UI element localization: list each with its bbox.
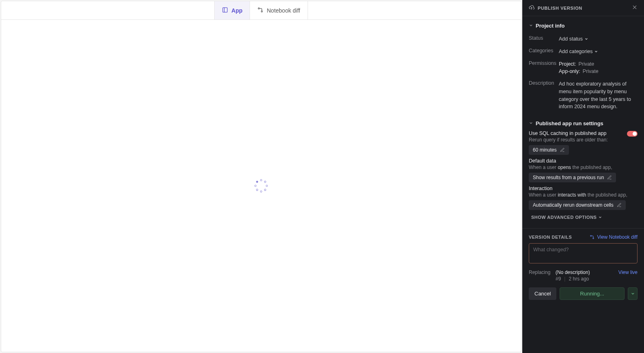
section-project-info-title: Project info	[536, 23, 565, 29]
section-project-info: Project info Status Add status Categorie…	[522, 20, 644, 118]
replacing-time: 2 hrs ago	[569, 276, 589, 282]
permissions-label: Permissions	[529, 60, 559, 66]
publish-panel: PUBLISH VERSION Project info Status Add …	[522, 0, 644, 353]
view-live-link[interactable]: View live	[618, 270, 638, 275]
section-run-settings: Published app run settings Use SQL cachi…	[522, 118, 644, 225]
upload-cloud-icon	[529, 5, 534, 11]
footer-buttons: Cancel Running...	[522, 285, 644, 306]
section-run-settings-header[interactable]: Published app run settings	[529, 120, 638, 126]
perm-project-val: Private	[578, 60, 594, 68]
tab-app[interactable]: App	[214, 1, 250, 19]
row-permissions: Permissions Project: Private App-only: P…	[529, 58, 638, 78]
tab-bar: App Notebook diff	[1, 1, 521, 20]
changelog-input[interactable]	[529, 243, 638, 263]
replacing-desc: (No description)	[556, 270, 590, 275]
tab-app-label: App	[231, 7, 242, 14]
tab-notebook-diff[interactable]: Notebook diff	[250, 1, 308, 19]
add-status-text: Add status	[559, 35, 583, 43]
panel-title-text: PUBLISH VERSION	[538, 6, 582, 11]
rerun-older-value: 60 minutes	[533, 147, 557, 153]
svg-rect-0	[223, 7, 227, 12]
running-button: Running...	[560, 287, 625, 300]
default-data-value: Show results from a previous run	[533, 175, 604, 180]
panel-title: PUBLISH VERSION	[529, 5, 582, 11]
replacing-label: Replacing	[529, 270, 556, 275]
edit-icon	[607, 175, 612, 180]
add-status-button[interactable]: Add status	[559, 35, 588, 43]
replacing-info: (No description) #9 | 2 hrs ago	[556, 270, 590, 282]
row-status: Status Add status	[529, 33, 638, 45]
chevron-down-icon	[529, 120, 533, 126]
interaction-heading: Interaction	[529, 186, 638, 191]
close-icon[interactable]	[632, 4, 638, 11]
svg-point-7	[590, 235, 592, 237]
section-run-settings-title: Published app run settings	[536, 120, 603, 126]
interaction-value: Automatically rerun downstream cells	[533, 202, 614, 208]
replacing-version: #9	[556, 276, 561, 282]
default-data-heading: Default data	[529, 158, 638, 164]
main-area: App Notebook diff	[1, 1, 521, 352]
permissions-value: Project: Private App-only: Private	[559, 60, 638, 76]
row-description: Description Ad hoc exploratory analysis …	[529, 78, 638, 113]
description-label: Description	[529, 80, 559, 86]
svg-point-8	[593, 238, 594, 239]
publish-dropdown-button[interactable]	[628, 287, 638, 300]
rerun-older-label: Rerun query if results are older than:	[529, 137, 638, 143]
status-label: Status	[529, 35, 559, 41]
loading-spinner-icon	[254, 179, 269, 193]
edit-icon	[617, 203, 622, 208]
sql-caching-row: Use SQL caching in published app	[529, 131, 638, 137]
sql-caching-label: Use SQL caching in published app	[529, 131, 606, 136]
section-project-info-header[interactable]: Project info	[529, 23, 638, 29]
row-categories: Categories Add categories	[529, 45, 638, 58]
svg-point-3	[261, 11, 263, 12]
changelog-wrap	[522, 243, 644, 265]
layout-icon	[222, 7, 228, 14]
version-details-header: VERSION DETAILS View Notebook diff	[522, 229, 644, 243]
default-data-desc: When a user opens the published app,	[529, 165, 638, 170]
chevron-down-icon	[631, 291, 635, 296]
add-categories-button[interactable]: Add categories	[559, 48, 598, 56]
perm-apponly-val: Private	[583, 68, 599, 75]
description-value: Ad hoc exploratory analysis of menu item…	[559, 80, 638, 111]
chevron-down-icon	[584, 37, 588, 41]
diff-icon	[257, 7, 263, 14]
advanced-text: SHOW ADVANCED OPTIONS	[531, 215, 597, 220]
tab-notebook-diff-label: Notebook diff	[267, 7, 300, 14]
default-data-pill[interactable]: Show results from a previous run	[529, 173, 616, 182]
show-advanced-options[interactable]: SHOW ADVANCED OPTIONS	[531, 215, 602, 220]
replacing-row: Replacing (No description) #9 | 2 hrs ag…	[522, 265, 644, 285]
edit-icon	[560, 148, 565, 152]
view-notebook-diff-link[interactable]: View Notebook diff	[590, 234, 638, 240]
perm-apponly-key: App-only:	[559, 68, 580, 75]
categories-label: Categories	[529, 48, 559, 53]
version-details-title: VERSION DETAILS	[529, 235, 572, 240]
panel-body: Project info Status Add status Categorie…	[522, 16, 644, 353]
add-categories-text: Add categories	[559, 48, 592, 56]
rerun-older-pill[interactable]: 60 minutes	[529, 145, 569, 155]
cancel-button[interactable]: Cancel	[529, 287, 556, 300]
chevron-down-icon	[529, 23, 533, 29]
view-notebook-diff-text: View Notebook diff	[597, 234, 638, 240]
svg-point-2	[258, 8, 260, 9]
interaction-desc: When a user interacts with the published…	[529, 192, 638, 198]
chevron-down-icon	[594, 49, 598, 53]
perm-project-key: Project:	[559, 60, 576, 68]
sql-caching-toggle[interactable]	[627, 131, 638, 137]
chevron-down-icon	[598, 215, 602, 219]
tab-group: App Notebook diff	[214, 1, 308, 19]
panel-header: PUBLISH VERSION	[522, 0, 644, 16]
diff-icon	[590, 235, 594, 240]
interaction-pill[interactable]: Automatically rerun downstream cells	[529, 200, 626, 210]
main-content	[1, 20, 521, 352]
